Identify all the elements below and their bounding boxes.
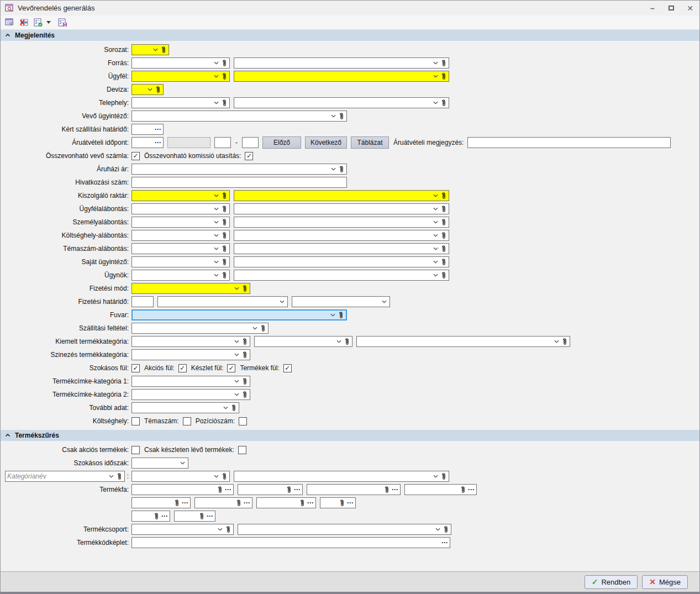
termekfa-input-8[interactable]: ··· (320, 497, 356, 508)
ellipsis-button[interactable]: ··· (155, 127, 161, 132)
chevron-down-icon[interactable] (223, 406, 229, 410)
termekfa-input-9[interactable]: ··· (131, 511, 170, 522)
temaszam-alabontas-name-combobox[interactable] (234, 243, 449, 254)
paperclip-icon[interactable] (441, 59, 446, 67)
chevron-down-icon[interactable] (433, 474, 439, 479)
chevron-down-icon[interactable] (433, 260, 439, 264)
sajat-ugyintezo-name-combobox[interactable] (234, 256, 449, 267)
chevron-down-icon[interactable] (279, 299, 285, 304)
section-header-termekszures[interactable]: Termékszűrés (1, 430, 699, 441)
chevron-down-icon[interactable] (234, 353, 240, 357)
paperclip-icon[interactable] (242, 391, 248, 399)
tovabbi-adat-combobox[interactable] (131, 402, 239, 413)
chevron-down-icon[interactable] (213, 207, 219, 211)
paperclip-icon[interactable] (441, 205, 446, 213)
chevron-down-icon[interactable] (433, 193, 439, 198)
paperclip-icon[interactable] (260, 324, 266, 333)
ellipsis-button[interactable]: ··· (307, 500, 314, 506)
paperclip-icon[interactable] (339, 112, 344, 120)
termekcimke2-combobox[interactable] (131, 389, 250, 400)
kiszolgalo-code-combobox[interactable] (131, 190, 230, 201)
sorozat-combobox[interactable] (131, 44, 169, 55)
ellipsis-button[interactable]: ··· (155, 140, 161, 145)
paperclip-icon[interactable] (222, 472, 227, 481)
paperclip-icon[interactable] (242, 285, 248, 293)
chevron-down-icon[interactable] (554, 339, 560, 344)
chevron-down-icon[interactable] (213, 193, 219, 198)
ellipsis-button[interactable]: ··· (347, 500, 354, 506)
temaszam-checkbox[interactable] (183, 417, 191, 425)
form-edit-icon[interactable] (4, 18, 14, 28)
szinezes-combobox[interactable] (131, 349, 250, 360)
paperclip-icon[interactable] (117, 472, 122, 481)
fizetesi-mod-combobox[interactable] (131, 283, 250, 294)
chevron-down-icon[interactable] (213, 220, 219, 224)
chevron-down-icon[interactable] (433, 273, 439, 277)
termekcimke1-combobox[interactable] (131, 376, 250, 387)
paperclip-icon[interactable] (460, 486, 466, 494)
paperclip-icon[interactable] (441, 232, 446, 240)
paperclip-icon[interactable] (222, 205, 227, 213)
paperclip-icon[interactable] (286, 486, 292, 494)
paperclip-icon[interactable] (242, 338, 248, 346)
chevron-down-icon[interactable] (147, 87, 153, 92)
deviza-combobox[interactable] (131, 84, 164, 95)
termekfa-input-10[interactable]: ··· (174, 511, 215, 522)
paperclip-icon[interactable] (562, 338, 567, 346)
termekfa-input-2[interactable]: ··· (238, 484, 303, 495)
aruhazi-ar-combobox[interactable] (131, 164, 347, 175)
paperclip-icon[interactable] (161, 46, 166, 54)
paperclip-icon[interactable] (441, 472, 446, 481)
ellipsis-button[interactable]: ··· (244, 500, 250, 506)
termekfa-input-5[interactable]: ··· (131, 497, 191, 508)
szokasos-ful-checkbox[interactable]: ✓ (131, 364, 140, 372)
minimize-button[interactable]: – (643, 1, 662, 15)
chevron-down-icon[interactable] (180, 461, 186, 465)
hivatkozasi-szam-input[interactable] (131, 177, 347, 188)
termekfa-input-7[interactable]: ··· (256, 497, 316, 508)
kategorianev-combobox[interactable]: Kategórianév (5, 471, 125, 482)
termekek-ful-checkbox[interactable]: ✓ (283, 364, 292, 372)
keszlet-ful-checkbox[interactable]: ✓ (227, 364, 235, 372)
szokasos-idoszak-combobox[interactable] (131, 458, 188, 469)
paperclip-icon[interactable] (174, 499, 180, 507)
paperclip-icon[interactable] (338, 311, 344, 319)
chevron-down-icon[interactable] (108, 474, 114, 479)
ugyfel-code-combobox[interactable] (131, 71, 230, 82)
fizetesi-hatarido-days-input[interactable] (131, 296, 154, 307)
paperclip-icon[interactable] (155, 86, 161, 94)
chevron-down-icon[interactable] (234, 392, 240, 397)
paperclip-icon[interactable] (222, 245, 227, 253)
koltseghely-checkbox[interactable] (131, 417, 140, 425)
paperclip-icon[interactable] (222, 232, 227, 240)
collapse-icon[interactable] (5, 33, 10, 38)
ugyfelalabontas-name-combobox[interactable] (234, 203, 449, 214)
ellipsis-button[interactable]: ··· (225, 487, 231, 492)
fuvar-combobox[interactable] (131, 309, 347, 320)
sajat-ugyintezo-code-combobox[interactable] (131, 256, 230, 267)
termekkodkeplet-input[interactable]: ··· (131, 537, 450, 548)
form-delete-icon[interactable] (19, 18, 29, 28)
ellipsis-button[interactable]: ··· (392, 487, 398, 492)
ugynok-name-combobox[interactable] (234, 270, 449, 281)
ellipsis-button[interactable]: ··· (294, 487, 301, 492)
chevron-down-icon[interactable] (213, 246, 219, 251)
aruatveteli-hour-from-input[interactable] (214, 137, 231, 148)
megse-button[interactable]: ✕ Mégse (642, 575, 688, 589)
paperclip-icon[interactable] (339, 499, 345, 507)
paperclip-icon[interactable] (441, 271, 446, 280)
form-apply-check-icon[interactable] (33, 18, 43, 28)
paperclip-icon[interactable] (231, 404, 236, 412)
chevron-down-icon[interactable] (213, 273, 219, 277)
paperclip-icon[interactable] (222, 99, 227, 107)
kategoria-ertek-name-combobox[interactable] (234, 471, 449, 482)
ellipsis-button[interactable]: ··· (441, 540, 448, 545)
maximize-button[interactable] (662, 1, 681, 15)
aruatveteli-date-input[interactable]: ··· (131, 137, 164, 148)
ugynok-code-combobox[interactable] (131, 270, 230, 281)
chevron-down-icon[interactable] (213, 101, 219, 105)
paperclip-icon[interactable] (222, 72, 227, 81)
kiemelt-combobox-2[interactable] (254, 336, 352, 347)
termekfa-input-6[interactable]: ··· (194, 497, 252, 508)
szemelyalabontas-name-combobox[interactable] (234, 217, 449, 228)
